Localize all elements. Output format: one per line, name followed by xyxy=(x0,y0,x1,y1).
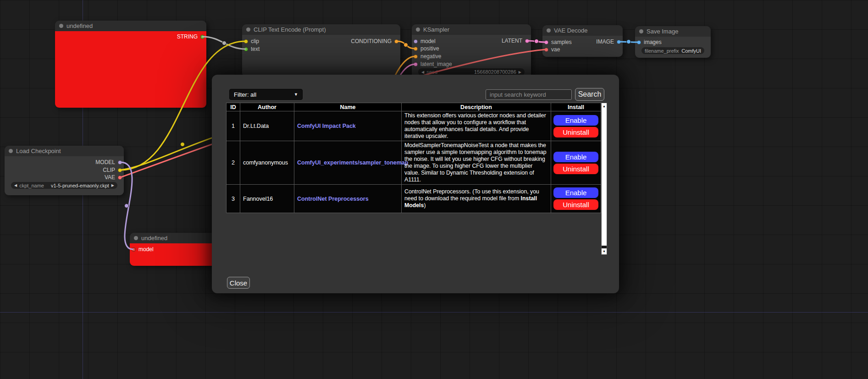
latent-slot-dot-icon[interactable] xyxy=(414,62,418,66)
node-title-bar[interactable]: Save Image xyxy=(635,26,711,37)
node-undefined-top[interactable]: undefined STRING xyxy=(55,21,206,108)
stepper-right-icon[interactable]: ▶ xyxy=(519,70,521,74)
image-slot-dot-icon[interactable] xyxy=(617,40,621,44)
enable-button[interactable]: Enable xyxy=(553,115,598,126)
vae-slot-dot-icon[interactable] xyxy=(544,48,548,52)
node-title: Save Image xyxy=(647,28,678,35)
slot-label: latent_image xyxy=(420,61,452,67)
input-slot-model[interactable]: model xyxy=(414,38,436,45)
input-slot-samples[interactable]: samples xyxy=(544,38,572,46)
enable-button[interactable]: Enable xyxy=(553,187,598,198)
uninstall-button[interactable]: Uninstall xyxy=(553,164,598,174)
uninstall-button[interactable]: Uninstall xyxy=(553,199,598,210)
input-slot-latent-image[interactable]: latent_image xyxy=(414,60,452,68)
input-slot-images[interactable]: images xyxy=(637,38,662,46)
node-vae-decode[interactable]: VAE Decode samples vae IMAGE xyxy=(542,25,623,57)
output-slot-string[interactable]: STRING xyxy=(177,33,205,40)
extension-link[interactable]: ControlNet Preprocessors xyxy=(297,196,369,202)
input-slot-positive[interactable]: positive xyxy=(414,45,439,52)
filter-select[interactable]: Filter: all ▼ xyxy=(229,89,303,100)
stepper-left-icon[interactable]: ◀ xyxy=(421,70,424,74)
node-title-bar[interactable]: undefined xyxy=(55,21,206,31)
close-button[interactable]: Close xyxy=(227,277,250,289)
node-title-bar[interactable]: KSampler xyxy=(412,24,531,35)
node-body[interactable] xyxy=(55,31,206,108)
search-input[interactable] xyxy=(486,89,572,100)
node-title: KSampler xyxy=(423,26,449,33)
conditioning-slot-dot-icon[interactable] xyxy=(414,55,418,59)
scroll-up-icon[interactable]: ▲ xyxy=(602,103,607,109)
stepper-right-icon[interactable]: ▶ xyxy=(111,183,114,187)
node-collapse-dot-icon[interactable] xyxy=(246,27,250,32)
input-slot-negative[interactable]: negative xyxy=(414,53,441,60)
node-collapse-dot-icon[interactable] xyxy=(134,236,138,240)
image-slot-dot-icon[interactable] xyxy=(637,40,641,44)
vae-slot-dot-icon[interactable] xyxy=(118,176,122,180)
scroll-down-icon[interactable]: ▼ xyxy=(602,248,607,254)
model-slot-dot-icon[interactable] xyxy=(414,39,418,44)
slot-label: LATENT xyxy=(502,38,522,44)
node-collapse-dot-icon[interactable] xyxy=(639,29,643,33)
cell-id: 2 xyxy=(227,141,240,185)
model-slot-dot-icon[interactable] xyxy=(132,247,136,252)
output-slot-clip[interactable]: CLIP xyxy=(103,166,122,174)
node-clip-text-encode[interactable]: CLIP Text Encode (Prompt) clip text COND… xyxy=(242,24,400,77)
table-scrollbar[interactable]: ▲ ▼ xyxy=(601,103,607,255)
slot-label: model xyxy=(420,38,436,44)
node-ksampler[interactable]: KSampler model positive negative latent_… xyxy=(412,24,531,81)
output-slot-latent[interactable]: LATENT xyxy=(502,37,529,44)
wire-midpoint-dot xyxy=(125,204,129,208)
output-slot-model[interactable]: MODEL xyxy=(95,159,122,166)
node-title-bar[interactable]: CLIP Text Encode (Prompt) xyxy=(242,24,400,35)
clip-slot-dot-icon[interactable] xyxy=(244,39,248,44)
string-slot-dot-icon[interactable] xyxy=(200,35,205,39)
slot-label: STRING xyxy=(177,33,198,40)
latent-slot-dot-icon[interactable] xyxy=(544,40,548,44)
model-slot-dot-icon[interactable] xyxy=(118,160,122,165)
enable-button[interactable]: Enable xyxy=(553,152,598,162)
search-button[interactable]: Search xyxy=(575,88,604,101)
output-slot-vae[interactable]: VAE xyxy=(105,174,122,181)
node-title-bar[interactable]: Load Checkpoint xyxy=(5,146,124,156)
cell-author: comfyanonymous xyxy=(240,141,294,185)
node-collapse-dot-icon[interactable] xyxy=(416,27,420,32)
extension-link[interactable]: ComfyUI Impact Pack xyxy=(297,123,356,129)
slot-label: MODEL xyxy=(95,159,115,165)
clip-slot-dot-icon[interactable] xyxy=(118,168,122,172)
widget-value: 156680208700286 xyxy=(474,69,516,75)
node-title-bar[interactable]: undefined xyxy=(130,233,217,243)
slot-label: samples xyxy=(551,39,572,45)
conditioning-slot-dot-icon[interactable] xyxy=(414,47,418,51)
output-slot-image[interactable]: IMAGE xyxy=(596,38,621,45)
widget-value: ComfyUI xyxy=(681,48,701,54)
extension-table-container: ID Author Name Description Install 1 Dr.… xyxy=(226,103,608,255)
node-title-bar[interactable]: VAE Decode xyxy=(542,25,623,36)
input-slot-text[interactable]: text xyxy=(244,45,260,53)
node-save-image[interactable]: Save Image images filename_prefix ComfyU… xyxy=(635,26,711,58)
cell-install: Enable Uninstall xyxy=(551,185,601,213)
slot-label: model xyxy=(138,246,154,253)
input-slot-clip[interactable]: clip xyxy=(244,38,259,45)
latent-slot-dot-icon[interactable] xyxy=(525,39,529,43)
node-collapse-dot-icon[interactable] xyxy=(59,24,63,28)
col-header-id: ID xyxy=(227,103,240,111)
scrollbar-thumb[interactable] xyxy=(602,109,607,246)
output-slot-conditioning[interactable]: CONDITIONING xyxy=(351,38,398,45)
slot-label: IMAGE xyxy=(596,38,614,45)
stepper-left-icon[interactable]: ◀ xyxy=(14,183,17,187)
node-undefined-bottom[interactable]: undefined model xyxy=(130,233,217,266)
input-slot-vae[interactable]: vae xyxy=(544,46,560,53)
cell-id: 1 xyxy=(227,111,240,141)
ckpt-name-widget[interactable]: ◀ ckpt_name v1-5-pruned-emaonly.ckpt ▶ xyxy=(11,182,117,189)
text-slot-dot-icon[interactable] xyxy=(244,47,248,51)
node-collapse-dot-icon[interactable] xyxy=(547,28,551,33)
conditioning-slot-dot-icon[interactable] xyxy=(394,39,398,44)
cell-name: ControlNet Preprocessors xyxy=(294,185,402,213)
extension-link[interactable]: ComfyUI_experiments/sampler_tonemap xyxy=(297,159,408,166)
uninstall-button[interactable]: Uninstall xyxy=(553,127,598,137)
filename-prefix-widget[interactable]: filename_prefix ComfyUI xyxy=(641,47,704,54)
node-load-checkpoint[interactable]: Load Checkpoint MODEL CLIP VAE ◀ ckpt_na… xyxy=(5,146,124,195)
node-collapse-dot-icon[interactable] xyxy=(9,149,13,153)
input-slot-model[interactable]: model xyxy=(132,246,154,253)
description-text: ControlNet Preprocessors. (To use this e… xyxy=(404,188,539,202)
